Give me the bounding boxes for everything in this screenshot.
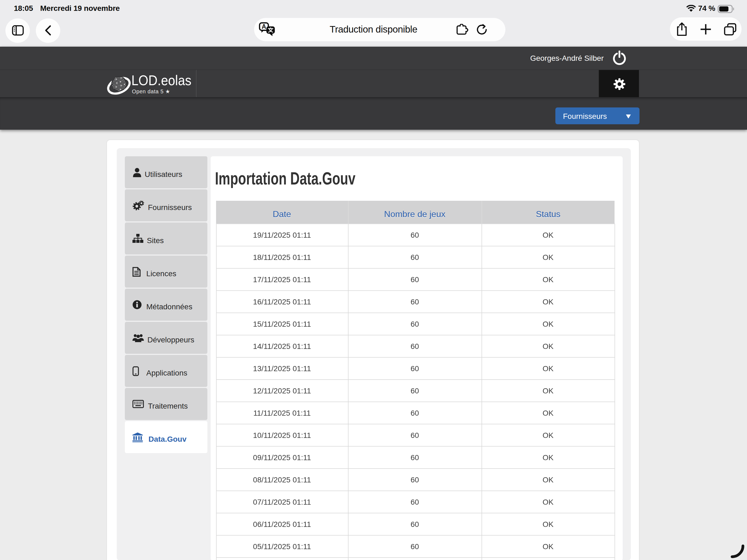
svg-text:A: A [262, 23, 266, 30]
